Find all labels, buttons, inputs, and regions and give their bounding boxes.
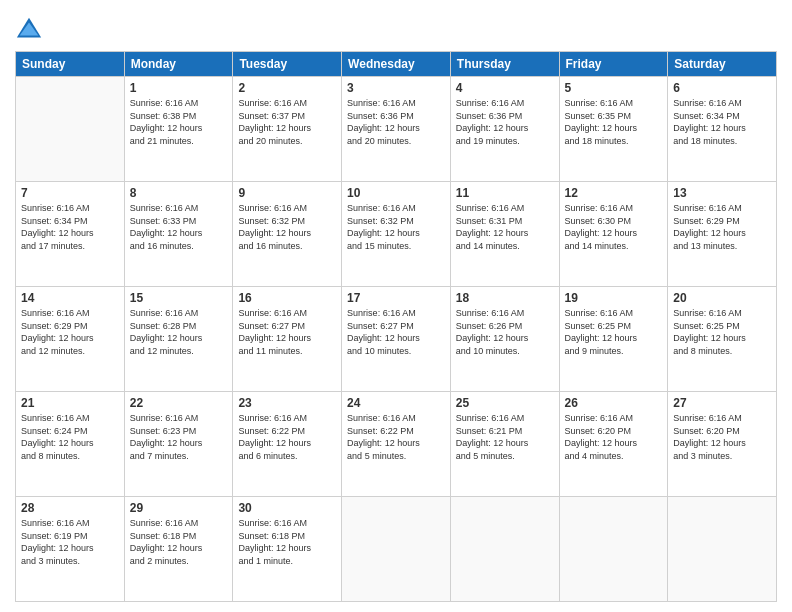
week-row-1: 1Sunrise: 6:16 AM Sunset: 6:38 PM Daylig… (16, 77, 777, 182)
calendar-cell: 10Sunrise: 6:16 AM Sunset: 6:32 PM Dayli… (342, 182, 451, 287)
day-number: 13 (673, 186, 771, 200)
calendar-cell: 15Sunrise: 6:16 AM Sunset: 6:28 PM Dayli… (124, 287, 233, 392)
calendar-cell: 6Sunrise: 6:16 AM Sunset: 6:34 PM Daylig… (668, 77, 777, 182)
day-number: 1 (130, 81, 228, 95)
day-info: Sunrise: 6:16 AM Sunset: 6:29 PM Dayligh… (673, 202, 771, 252)
day-info: Sunrise: 6:16 AM Sunset: 6:35 PM Dayligh… (565, 97, 663, 147)
day-number: 28 (21, 501, 119, 515)
calendar-cell: 11Sunrise: 6:16 AM Sunset: 6:31 PM Dayli… (450, 182, 559, 287)
calendar-cell: 23Sunrise: 6:16 AM Sunset: 6:22 PM Dayli… (233, 392, 342, 497)
weekday-header-sunday: Sunday (16, 52, 125, 77)
day-number: 17 (347, 291, 445, 305)
weekday-header-friday: Friday (559, 52, 668, 77)
day-number: 21 (21, 396, 119, 410)
day-info: Sunrise: 6:16 AM Sunset: 6:36 PM Dayligh… (347, 97, 445, 147)
calendar-table: SundayMondayTuesdayWednesdayThursdayFrid… (15, 51, 777, 602)
calendar-cell: 8Sunrise: 6:16 AM Sunset: 6:33 PM Daylig… (124, 182, 233, 287)
calendar-cell: 30Sunrise: 6:16 AM Sunset: 6:18 PM Dayli… (233, 497, 342, 602)
calendar-cell: 5Sunrise: 6:16 AM Sunset: 6:35 PM Daylig… (559, 77, 668, 182)
calendar-cell: 3Sunrise: 6:16 AM Sunset: 6:36 PM Daylig… (342, 77, 451, 182)
day-number: 27 (673, 396, 771, 410)
day-number: 22 (130, 396, 228, 410)
day-info: Sunrise: 6:16 AM Sunset: 6:30 PM Dayligh… (565, 202, 663, 252)
weekday-header-thursday: Thursday (450, 52, 559, 77)
calendar-cell (16, 77, 125, 182)
day-number: 20 (673, 291, 771, 305)
calendar-cell: 26Sunrise: 6:16 AM Sunset: 6:20 PM Dayli… (559, 392, 668, 497)
weekday-header-monday: Monday (124, 52, 233, 77)
calendar-cell: 1Sunrise: 6:16 AM Sunset: 6:38 PM Daylig… (124, 77, 233, 182)
calendar-cell: 18Sunrise: 6:16 AM Sunset: 6:26 PM Dayli… (450, 287, 559, 392)
calendar-cell (342, 497, 451, 602)
day-number: 30 (238, 501, 336, 515)
week-row-5: 28Sunrise: 6:16 AM Sunset: 6:19 PM Dayli… (16, 497, 777, 602)
day-info: Sunrise: 6:16 AM Sunset: 6:36 PM Dayligh… (456, 97, 554, 147)
calendar-cell: 28Sunrise: 6:16 AM Sunset: 6:19 PM Dayli… (16, 497, 125, 602)
day-info: Sunrise: 6:16 AM Sunset: 6:20 PM Dayligh… (565, 412, 663, 462)
day-number: 18 (456, 291, 554, 305)
day-number: 24 (347, 396, 445, 410)
day-info: Sunrise: 6:16 AM Sunset: 6:37 PM Dayligh… (238, 97, 336, 147)
calendar-cell: 13Sunrise: 6:16 AM Sunset: 6:29 PM Dayli… (668, 182, 777, 287)
day-info: Sunrise: 6:16 AM Sunset: 6:22 PM Dayligh… (238, 412, 336, 462)
calendar-cell: 4Sunrise: 6:16 AM Sunset: 6:36 PM Daylig… (450, 77, 559, 182)
day-info: Sunrise: 6:16 AM Sunset: 6:33 PM Dayligh… (130, 202, 228, 252)
calendar-cell (668, 497, 777, 602)
calendar-cell: 22Sunrise: 6:16 AM Sunset: 6:23 PM Dayli… (124, 392, 233, 497)
calendar-cell: 21Sunrise: 6:16 AM Sunset: 6:24 PM Dayli… (16, 392, 125, 497)
logo-icon (15, 15, 43, 43)
day-info: Sunrise: 6:16 AM Sunset: 6:28 PM Dayligh… (130, 307, 228, 357)
day-number: 26 (565, 396, 663, 410)
header (15, 15, 777, 43)
calendar-cell: 12Sunrise: 6:16 AM Sunset: 6:30 PM Dayli… (559, 182, 668, 287)
page: SundayMondayTuesdayWednesdayThursdayFrid… (0, 0, 792, 612)
day-info: Sunrise: 6:16 AM Sunset: 6:32 PM Dayligh… (347, 202, 445, 252)
weekday-header-wednesday: Wednesday (342, 52, 451, 77)
weekday-header-saturday: Saturday (668, 52, 777, 77)
day-number: 19 (565, 291, 663, 305)
day-number: 3 (347, 81, 445, 95)
day-number: 12 (565, 186, 663, 200)
day-info: Sunrise: 6:16 AM Sunset: 6:18 PM Dayligh… (238, 517, 336, 567)
day-number: 29 (130, 501, 228, 515)
calendar-cell (450, 497, 559, 602)
day-info: Sunrise: 6:16 AM Sunset: 6:32 PM Dayligh… (238, 202, 336, 252)
week-row-2: 7Sunrise: 6:16 AM Sunset: 6:34 PM Daylig… (16, 182, 777, 287)
day-info: Sunrise: 6:16 AM Sunset: 6:24 PM Dayligh… (21, 412, 119, 462)
day-number: 5 (565, 81, 663, 95)
calendar-cell: 9Sunrise: 6:16 AM Sunset: 6:32 PM Daylig… (233, 182, 342, 287)
calendar-cell: 16Sunrise: 6:16 AM Sunset: 6:27 PM Dayli… (233, 287, 342, 392)
day-info: Sunrise: 6:16 AM Sunset: 6:38 PM Dayligh… (130, 97, 228, 147)
day-info: Sunrise: 6:16 AM Sunset: 6:31 PM Dayligh… (456, 202, 554, 252)
calendar-cell: 7Sunrise: 6:16 AM Sunset: 6:34 PM Daylig… (16, 182, 125, 287)
day-number: 16 (238, 291, 336, 305)
week-row-3: 14Sunrise: 6:16 AM Sunset: 6:29 PM Dayli… (16, 287, 777, 392)
weekday-header-tuesday: Tuesday (233, 52, 342, 77)
day-number: 15 (130, 291, 228, 305)
day-number: 2 (238, 81, 336, 95)
day-info: Sunrise: 6:16 AM Sunset: 6:18 PM Dayligh… (130, 517, 228, 567)
logo (15, 15, 47, 43)
calendar-cell: 17Sunrise: 6:16 AM Sunset: 6:27 PM Dayli… (342, 287, 451, 392)
day-info: Sunrise: 6:16 AM Sunset: 6:34 PM Dayligh… (21, 202, 119, 252)
day-info: Sunrise: 6:16 AM Sunset: 6:26 PM Dayligh… (456, 307, 554, 357)
day-info: Sunrise: 6:16 AM Sunset: 6:27 PM Dayligh… (238, 307, 336, 357)
day-info: Sunrise: 6:16 AM Sunset: 6:23 PM Dayligh… (130, 412, 228, 462)
calendar-cell: 24Sunrise: 6:16 AM Sunset: 6:22 PM Dayli… (342, 392, 451, 497)
day-number: 4 (456, 81, 554, 95)
calendar-cell: 19Sunrise: 6:16 AM Sunset: 6:25 PM Dayli… (559, 287, 668, 392)
day-info: Sunrise: 6:16 AM Sunset: 6:22 PM Dayligh… (347, 412, 445, 462)
day-number: 9 (238, 186, 336, 200)
day-info: Sunrise: 6:16 AM Sunset: 6:19 PM Dayligh… (21, 517, 119, 567)
day-info: Sunrise: 6:16 AM Sunset: 6:27 PM Dayligh… (347, 307, 445, 357)
day-number: 10 (347, 186, 445, 200)
day-info: Sunrise: 6:16 AM Sunset: 6:21 PM Dayligh… (456, 412, 554, 462)
calendar-cell (559, 497, 668, 602)
day-number: 14 (21, 291, 119, 305)
calendar-cell: 25Sunrise: 6:16 AM Sunset: 6:21 PM Dayli… (450, 392, 559, 497)
day-number: 23 (238, 396, 336, 410)
day-number: 6 (673, 81, 771, 95)
week-row-4: 21Sunrise: 6:16 AM Sunset: 6:24 PM Dayli… (16, 392, 777, 497)
day-number: 7 (21, 186, 119, 200)
calendar-cell: 20Sunrise: 6:16 AM Sunset: 6:25 PM Dayli… (668, 287, 777, 392)
